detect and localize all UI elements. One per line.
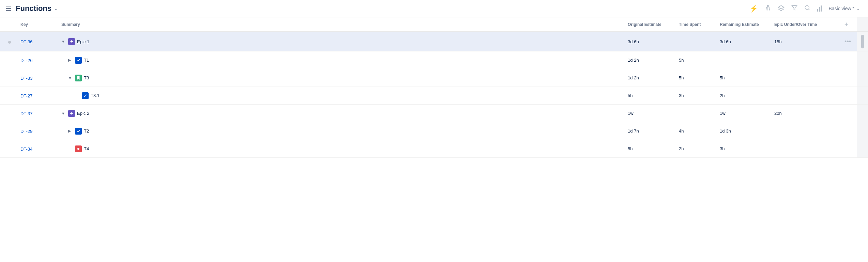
drag-cell: ⠿	[0, 51, 16, 69]
original-estimate-cell: 1w	[624, 105, 675, 122]
filter-icon[interactable]	[791, 5, 797, 13]
layers-icon[interactable]	[778, 5, 785, 13]
time-spent-cell	[675, 32, 716, 51]
th-drag	[0, 17, 16, 32]
scroll-cell	[857, 140, 868, 158]
epic-time-cell	[770, 69, 838, 87]
svg-point-3	[805, 5, 809, 10]
epic-time-cell	[770, 140, 838, 158]
epic-time-cell: 15h	[770, 32, 838, 51]
table-row: ⠿ DT-26 ▶ T1 1d 2h 5h	[0, 51, 868, 69]
summary-cell: ▶ T2	[57, 122, 624, 140]
epic-icon	[68, 110, 75, 117]
time-spent-cell: 3h	[675, 87, 716, 105]
header-right: ⚡	[749, 4, 860, 13]
issue-key-link[interactable]: DT-26	[20, 58, 32, 63]
expand-arrow-icon[interactable]: ▶	[68, 58, 73, 62]
original-estimate-cell: 1d 2h	[624, 51, 675, 69]
svg-marker-2	[792, 5, 797, 10]
remaining-estimate-cell	[716, 51, 770, 69]
search-icon[interactable]	[804, 5, 810, 13]
collapse-arrow-icon[interactable]: ▼	[68, 76, 73, 80]
summary-text: Epic 2	[77, 111, 89, 116]
add-column-button[interactable]: +	[842, 20, 850, 28]
view-label: Basic view	[828, 6, 851, 11]
scroll-cell	[857, 122, 868, 140]
table-row: ⠿ DT-27 T3.1 5h 3h 2h	[0, 87, 868, 105]
table-row: ⠿ DT-34 T4 5h 2h 3h	[0, 140, 868, 158]
drag-cell: ⠿	[0, 105, 16, 122]
scroll-cell	[857, 105, 868, 122]
key-cell: DT-33	[16, 69, 57, 87]
remaining-estimate-cell: 2h	[716, 87, 770, 105]
th-summary: Summary	[57, 17, 624, 32]
original-estimate-cell: 1d 7h	[624, 122, 675, 140]
lightning-icon[interactable]: ⚡	[749, 4, 758, 13]
svg-point-7	[77, 148, 79, 150]
pin-icon[interactable]	[765, 5, 771, 13]
svg-marker-1	[778, 5, 784, 9]
issue-key-link[interactable]: DT-36	[20, 39, 32, 44]
issue-key-link[interactable]: DT-34	[20, 147, 32, 152]
collapse-arrow-icon[interactable]: ▼	[61, 40, 66, 44]
collapse-arrow-icon[interactable]: ▼	[61, 111, 66, 115]
time-spent-cell: 4h	[675, 122, 716, 140]
issue-key-link[interactable]: DT-33	[20, 76, 32, 81]
bug-icon	[75, 145, 82, 152]
summary-text: T3	[84, 75, 89, 80]
table-row: ⠿ DT-33 ▼ T3 1d 2h 5h 5h	[0, 69, 868, 87]
table-row: ⠿ DT-36 ▼ Epic 1 3d 6h 3d 6h 15h •••	[0, 32, 868, 51]
scroll-cell	[857, 51, 868, 69]
svg-marker-5	[70, 40, 73, 43]
view-selector[interactable]: Basic view* ⌄	[828, 6, 860, 11]
more-actions-button[interactable]: •••	[842, 37, 853, 46]
summary-cell: T4	[57, 140, 624, 158]
remaining-estimate-cell: 3d 6h	[716, 32, 770, 51]
original-estimate-cell: 1d 2h	[624, 69, 675, 87]
more-actions-cell	[838, 69, 857, 87]
time-spent-cell: 5h	[675, 69, 716, 87]
issue-key-link[interactable]: DT-27	[20, 93, 32, 98]
summary-text: T2	[84, 128, 89, 134]
summary-cell: ▼ Epic 2	[57, 105, 624, 122]
summary-text: T1	[84, 58, 89, 63]
more-actions-cell	[838, 87, 857, 105]
more-actions-cell	[838, 105, 857, 122]
summary-cell: ▼ T3	[57, 69, 624, 87]
th-original-estimate: Original Estimate	[624, 17, 675, 32]
time-spent-cell	[675, 105, 716, 122]
drag-cell: ⠿	[0, 69, 16, 87]
key-cell: DT-26	[16, 51, 57, 69]
drag-cell: ⠿	[0, 87, 16, 105]
view-bars-icon	[817, 5, 822, 12]
original-estimate-cell: 5h	[624, 87, 675, 105]
issue-key-link[interactable]: DT-29	[20, 129, 32, 134]
time-spent-cell: 5h	[675, 51, 716, 69]
scroll-cell	[857, 32, 868, 51]
scroll-cell	[857, 87, 868, 105]
th-remaining-estimate: Remaining Estimate	[716, 17, 770, 32]
issue-key-link[interactable]: DT-37	[20, 111, 32, 116]
task-icon	[75, 128, 82, 135]
task-icon	[75, 57, 82, 64]
key-cell: DT-36	[16, 32, 57, 51]
expand-arrow-icon[interactable]: ▶	[68, 129, 73, 133]
epic-time-cell	[770, 87, 838, 105]
th-epic-time: Epic Under/Over Time	[770, 17, 838, 32]
view-chevron-icon: ⌄	[856, 6, 860, 11]
title-chevron-icon[interactable]: ⌄	[54, 6, 58, 11]
list-view-icon: ☰	[5, 4, 12, 13]
remaining-estimate-cell: 1d 3h	[716, 122, 770, 140]
svg-marker-6	[70, 112, 73, 115]
story-icon	[75, 75, 82, 81]
drag-cell: ⠿	[0, 140, 16, 158]
drag-cell: ⠿	[0, 122, 16, 140]
summary-cell: T3.1	[57, 87, 624, 105]
issues-table: Key Summary Original Estimate Time Spent…	[0, 17, 868, 158]
summary-cell: ▶ T1	[57, 51, 624, 69]
row-dot	[8, 41, 11, 44]
header-left: ☰ Functions ⌄	[5, 4, 58, 13]
more-actions-cell	[838, 140, 857, 158]
th-actions: +	[838, 17, 857, 32]
remaining-estimate-cell: 1w	[716, 105, 770, 122]
